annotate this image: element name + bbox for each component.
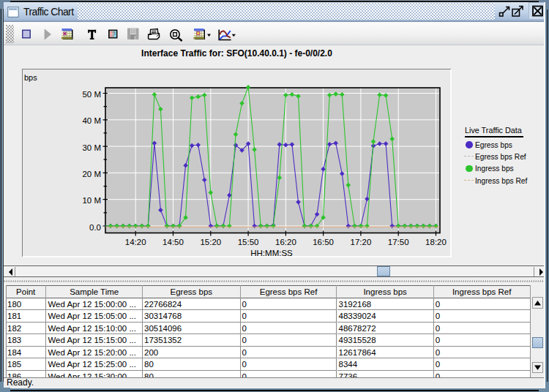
svg-text:14:20: 14:20 [125, 238, 146, 246]
svg-text:HH:MM:SS: HH:MM:SS [250, 249, 293, 257]
svg-text:0.0: 0.0 [89, 223, 101, 232]
svg-text:bps: bps [24, 73, 37, 82]
svg-text:18:20: 18:20 [425, 238, 447, 246]
svg-text:10 M: 10 M [82, 196, 101, 205]
svg-text:20 M: 20 M [82, 170, 101, 178]
svg-text:14:50: 14:50 [163, 238, 184, 246]
svg-text:15:20: 15:20 [200, 238, 221, 246]
svg-text:15:50: 15:50 [238, 238, 259, 246]
svg-text:40 M: 40 M [82, 116, 101, 125]
svg-text:17:50: 17:50 [388, 238, 409, 246]
svg-text:16:20: 16:20 [275, 238, 296, 246]
svg-text:16:50: 16:50 [313, 238, 334, 246]
svg-text:50 M: 50 M [82, 90, 101, 99]
svg-text:30 M: 30 M [82, 143, 101, 152]
svg-text:17:20: 17:20 [351, 238, 372, 246]
